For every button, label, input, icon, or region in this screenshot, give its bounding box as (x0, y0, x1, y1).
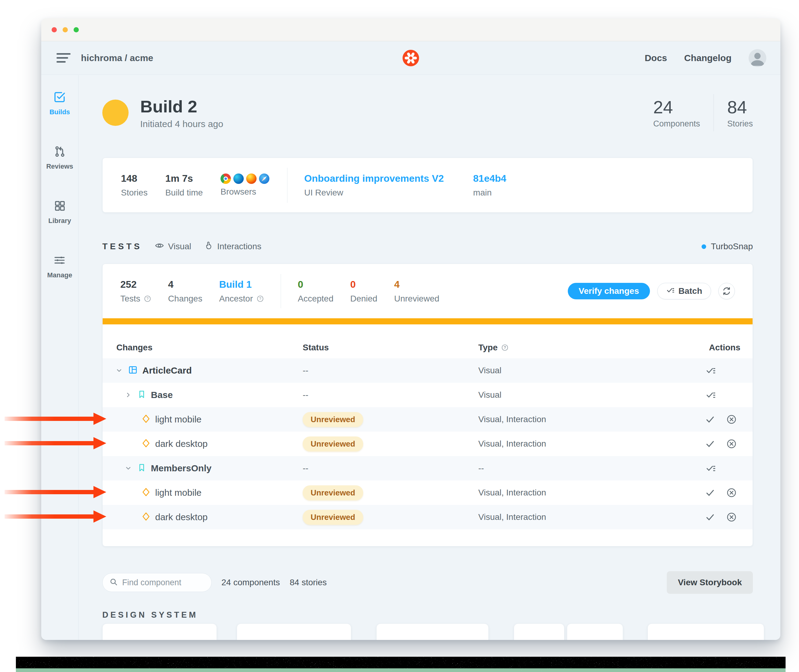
tests-section-bar: TESTS Visual (102, 240, 753, 254)
row-name: Base (151, 390, 173, 400)
browsers-stat: Browsers (221, 173, 269, 197)
components-summary: 24 components (221, 578, 280, 587)
window-body: Builds Reviews (41, 75, 780, 640)
sidebar-item-library[interactable]: Library (48, 200, 71, 225)
status-badge: Unreviewed (303, 412, 363, 427)
diamond-icon (141, 488, 150, 498)
close-button[interactable] (52, 27, 57, 32)
interactions-toggle[interactable]: Interactions (204, 241, 262, 252)
deny-icon[interactable] (726, 438, 737, 449)
sidebar-item-builds[interactable]: Builds (50, 91, 70, 116)
row-status: -- (303, 366, 478, 375)
help-icon[interactable]: ? (501, 344, 508, 351)
review-link[interactable]: Onboarding improvements V2 (304, 173, 444, 184)
edge-icon (233, 173, 244, 184)
accept-icon[interactable] (705, 438, 715, 449)
visual-toggle[interactable]: Visual (155, 241, 191, 252)
column-header-actions: Actions (687, 343, 753, 352)
component-card[interactable] (647, 624, 764, 640)
row-type: Visual, Interaction (478, 512, 687, 522)
table-row[interactable]: light mobile Unreviewed Visual, Interact… (102, 407, 753, 432)
batch-accept-icon[interactable] (706, 365, 716, 376)
column-header-status: Status (303, 343, 478, 352)
svg-text:?: ? (503, 346, 506, 350)
table-row[interactable]: ArticleCard -- Visual (102, 358, 753, 383)
component-card[interactable] (102, 624, 217, 640)
row-status: -- (303, 463, 478, 473)
table-row[interactable]: Base -- Visual (102, 383, 753, 407)
deny-icon[interactable] (726, 512, 737, 522)
window-titlebar (41, 18, 780, 41)
row-name: dark desktop (155, 512, 208, 522)
changes-table: ArticleCard -- Visual (102, 358, 753, 530)
user-avatar[interactable] (749, 49, 766, 67)
pull-request-icon (54, 146, 66, 159)
build-subtitle: Initiated 4 hours ago (140, 119, 223, 129)
nav-docs[interactable]: Docs (645, 53, 667, 63)
menu-icon[interactable] (56, 52, 72, 64)
table-row[interactable]: dark desktop Unreviewed Visual, Interact… (102, 505, 753, 530)
diamond-icon (141, 414, 150, 425)
view-storybook-button[interactable]: View Storybook (667, 571, 753, 594)
tests-heading: TESTS (102, 242, 142, 251)
build-summary-card: 148 Stories 1m 7s Build time Browsers (102, 158, 753, 213)
bookmark-icon (137, 463, 146, 474)
accept-icon[interactable] (705, 414, 715, 425)
denied-stat: 0 Denied (350, 279, 377, 304)
table-row[interactable]: light mobile Unreviewed Visual, Interact… (102, 480, 753, 505)
chevron-down-icon[interactable] (115, 366, 123, 375)
component-card[interactable] (514, 624, 564, 640)
component-card[interactable] (237, 624, 351, 640)
table-row[interactable]: MembersOnly -- -- (102, 456, 753, 480)
header-nav: Docs Changelog (645, 49, 766, 67)
batch-accept-icon[interactable] (706, 390, 716, 400)
turbosnap-indicator[interactable]: TurboSnap (702, 242, 753, 251)
accept-icon[interactable] (705, 512, 715, 522)
sidebar-item-manage[interactable]: Manage (47, 254, 72, 279)
component-card[interactable] (567, 624, 623, 640)
search-input[interactable] (121, 578, 231, 588)
column-header-type: Type ? (478, 343, 687, 352)
stories-count: 84 Stories (727, 97, 753, 129)
org-breadcrumb[interactable]: hichroma / acme (81, 53, 153, 63)
app-header: hichroma / acme Docs Changelog (41, 41, 780, 75)
ancestor-build-link[interactable]: Build 1 (219, 279, 264, 290)
table-header: Changes Status Type ? Actions (102, 325, 753, 358)
table-row[interactable]: dark desktop Unreviewed Visual, Interact… (102, 432, 753, 456)
screenshot-canvas: hichroma / acme Docs Changelog (0, 0, 799, 672)
search-box[interactable] (102, 573, 212, 592)
chevron-down-icon[interactable] (124, 464, 133, 472)
help-icon[interactable]: ? (144, 295, 151, 302)
sidebar-item-label: Reviews (46, 163, 73, 170)
library-toolbar: 24 components 84 stories View Storybook (102, 571, 753, 594)
component-card[interactable] (376, 624, 489, 640)
refresh-button[interactable] (718, 283, 735, 299)
divider (281, 274, 281, 308)
diamond-icon (141, 438, 150, 449)
accept-icon[interactable] (705, 488, 715, 498)
bookmark-icon (137, 390, 146, 400)
batch-accept-icon[interactable] (706, 463, 716, 474)
deny-icon[interactable] (726, 414, 737, 425)
checkbox-icon (53, 91, 66, 104)
tests-card: 252 Tests ? 4 Changes Build 1 Ancesto (102, 264, 753, 546)
component-icon (128, 365, 138, 376)
svg-text:?: ? (147, 297, 149, 301)
deny-icon[interactable] (726, 488, 737, 498)
review-link-block: Onboarding improvements V2 UI Review (304, 173, 444, 198)
zoom-button[interactable] (74, 27, 79, 32)
help-icon[interactable]: ? (257, 295, 264, 302)
batch-button[interactable]: Batch (657, 283, 711, 299)
verify-changes-button[interactable]: Verify changes (568, 283, 650, 299)
accepted-stat: 0 Accepted (298, 279, 334, 304)
sidebar-item-reviews[interactable]: Reviews (46, 146, 73, 170)
chevron-right-icon[interactable] (124, 391, 133, 399)
row-name: light mobile (155, 414, 201, 425)
commit-link[interactable]: 81e4b4 (473, 173, 507, 184)
chromatic-logo-icon[interactable] (403, 50, 419, 66)
row-type: Visual, Interaction (478, 439, 687, 449)
nav-changelog[interactable]: Changelog (684, 53, 732, 63)
pointer-hand-icon (204, 241, 213, 252)
minimize-button[interactable] (62, 27, 68, 32)
row-type: -- (478, 463, 687, 473)
